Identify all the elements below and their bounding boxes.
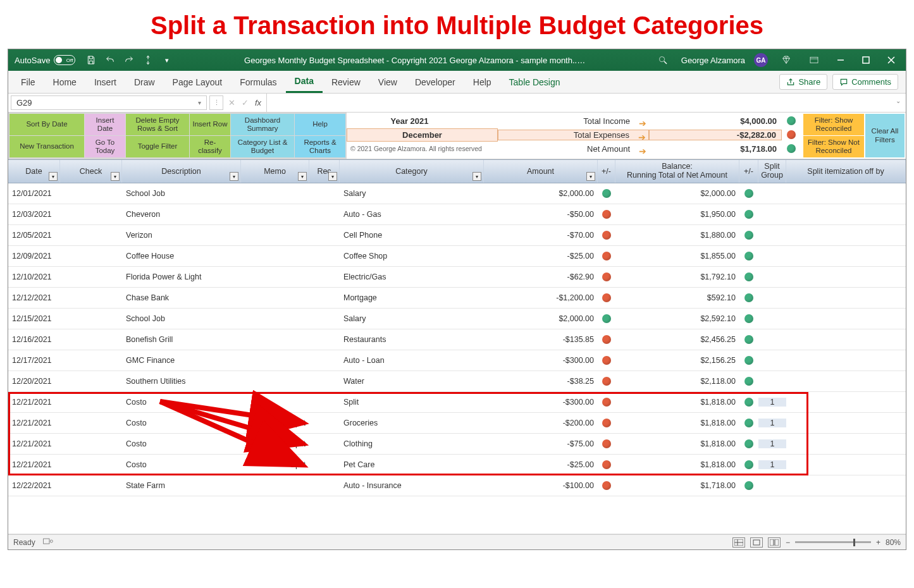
macro-new-transaction[interactable]: New Transaction: [9, 136, 84, 157]
cell-description[interactable]: Verizon: [122, 231, 241, 240]
cell-description[interactable]: School Job: [122, 314, 241, 323]
col-split-group[interactable]: Split Group: [758, 160, 786, 183]
cell-balance[interactable]: $2,000.00: [615, 189, 739, 198]
share-button[interactable]: Share: [779, 74, 827, 90]
cell-balance[interactable]: $592.10: [615, 293, 739, 302]
ribbon-tab-data[interactable]: Data: [286, 71, 323, 93]
table-row[interactable]: 12/21/2021CostoSplitPet Care-$25.00$1,81…: [8, 455, 906, 475]
macro-insert-date[interactable]: Insert Date: [85, 114, 125, 135]
cell-balance[interactable]: $2,592.10: [615, 314, 739, 323]
cell-category[interactable]: Pet Care: [340, 460, 484, 469]
cell-balance[interactable]: $1,818.00: [615, 439, 739, 448]
macro-reports-charts[interactable]: Reports & Charts: [295, 136, 345, 157]
undo-icon[interactable]: [103, 53, 117, 67]
user-name[interactable]: George Alzamora: [681, 56, 745, 65]
view-page-layout-icon[interactable]: [750, 537, 763, 548]
col-description[interactable]: Description▾: [122, 160, 241, 183]
cell-date[interactable]: 12/12/2021: [8, 293, 60, 302]
table-row[interactable]: 12/05/2021VerizonCell Phone-$70.00$1,880…: [8, 225, 906, 246]
cell-amount[interactable]: -$300.00: [484, 356, 598, 365]
cell-date[interactable]: 12/05/2021: [8, 231, 60, 240]
macro-category-list-budget[interactable]: Category List & Budget: [231, 136, 294, 157]
cell-split-group[interactable]: 1: [758, 439, 786, 448]
cell-category[interactable]: Coffee Shop: [340, 252, 484, 260]
formula-input[interactable]: [267, 94, 891, 112]
filter-dropdown-icon[interactable]: ▾: [230, 172, 238, 181]
cell-split-group[interactable]: 1: [758, 460, 786, 469]
cell-balance[interactable]: $1,818.00: [615, 460, 739, 469]
redo-icon[interactable]: [122, 53, 136, 67]
formula-expand-icon[interactable]: ⌄: [891, 94, 906, 112]
ribbon-tab-review[interactable]: Review: [323, 71, 369, 93]
fx-icon[interactable]: fx: [255, 98, 261, 107]
cell-amount[interactable]: -$25.00: [484, 460, 598, 469]
col-rec[interactable]: Rec▾: [309, 160, 340, 183]
clear-filters-button[interactable]: Clear All Filters: [865, 114, 905, 157]
cell-description[interactable]: Bonefish Grill: [122, 335, 241, 344]
cell-balance[interactable]: $1,818.00: [615, 398, 739, 407]
zoom-level[interactable]: 80%: [886, 538, 901, 547]
ribbon-tab-home[interactable]: Home: [44, 71, 85, 93]
table-row[interactable]: 12/03/2021CheveronAuto - Gas-$50.00$1,95…: [8, 204, 906, 225]
ribbon-tab-draw[interactable]: Draw: [125, 71, 164, 93]
cell-category[interactable]: Electric/Gas: [340, 273, 484, 281]
macro-toggle-filter[interactable]: Toggle Filter: [126, 136, 189, 157]
cell-description[interactable]: Costo: [122, 439, 241, 448]
zoom-out-button[interactable]: −: [786, 538, 790, 547]
cell-category[interactable]: Mortgage: [340, 293, 484, 302]
filter-dropdown-icon[interactable]: ▾: [49, 172, 58, 181]
table-row[interactable]: 12/22/2021State FarmAuto - Insurance-$10…: [8, 475, 906, 496]
namebox-more[interactable]: ⋮: [209, 95, 223, 110]
cell-description[interactable]: Florida Power & Light: [122, 273, 241, 281]
touch-mode-icon[interactable]: [141, 53, 155, 67]
cell-memo[interactable]: Split: [241, 460, 309, 469]
filter-dropdown-icon[interactable]: ▾: [298, 172, 307, 181]
col-balance[interactable]: Balance: Running Total of Net Amount: [615, 160, 739, 183]
table-row[interactable]: 12/21/2021CostoSplitClothing-$75.00$1,81…: [8, 434, 906, 455]
cell-category[interactable]: Salary: [340, 189, 484, 198]
cell-date[interactable]: 12/21/2021: [8, 439, 60, 448]
cell-category[interactable]: Cell Phone: [340, 231, 484, 240]
search-icon[interactable]: [656, 53, 670, 67]
cell-balance[interactable]: $1,718.00: [615, 481, 739, 490]
macro-record-icon[interactable]: [43, 537, 53, 547]
col-category[interactable]: Category▾: [340, 160, 484, 183]
macro-insert-row[interactable]: Insert Row: [190, 114, 230, 135]
cell-balance[interactable]: $1,880.00: [615, 231, 739, 240]
table-row[interactable]: 12/01/2021School JobSalary$2,000.00$2,00…: [8, 183, 906, 204]
cell-date[interactable]: 12/03/2021: [8, 210, 60, 219]
minimize-button[interactable]: [832, 52, 849, 68]
save-icon[interactable]: [84, 53, 98, 67]
cell-description[interactable]: State Farm: [122, 481, 241, 490]
macro-help[interactable]: Help: [295, 114, 345, 135]
enter-icon[interactable]: ✓: [242, 98, 249, 107]
cell-split-group[interactable]: 1: [758, 419, 786, 427]
filter-reconciled-button[interactable]: Filter: Show Reconciled: [803, 114, 864, 135]
cell-description[interactable]: Costo: [122, 419, 241, 427]
macro-sort-by-date[interactable]: Sort By Date: [9, 114, 84, 135]
cell-balance[interactable]: $1,950.00: [615, 210, 739, 219]
cell-category[interactable]: Auto - Gas: [340, 210, 484, 219]
cell-amount[interactable]: -$62.90: [484, 273, 598, 281]
cell-amount[interactable]: -$50.00: [484, 210, 598, 219]
cell-category[interactable]: Clothing: [340, 439, 484, 448]
view-page-break-icon[interactable]: [768, 537, 781, 548]
cell-date[interactable]: 12/09/2021: [8, 252, 60, 260]
cell-description[interactable]: Costo: [122, 460, 241, 469]
cell-description[interactable]: GMC Finance: [122, 356, 241, 365]
macro-dashboard-summary[interactable]: Dashboard Summary: [231, 114, 294, 135]
qat-more-icon[interactable]: ▾: [160, 53, 174, 67]
table-row[interactable]: 12/12/2021Chase BankMortgage-$1,200.00$5…: [8, 288, 906, 309]
cell-category[interactable]: Water: [340, 377, 484, 386]
cell-description[interactable]: Cheveron: [122, 210, 241, 219]
cell-category[interactable]: Groceries: [340, 419, 484, 427]
cell-amount[interactable]: $2,000.00: [484, 189, 598, 198]
filter-dropdown-icon[interactable]: ▾: [472, 172, 481, 181]
cell-amount[interactable]: -$38.25: [484, 377, 598, 386]
cell-amount[interactable]: -$1,200.00: [484, 293, 598, 302]
col-memo[interactable]: Memo▾: [241, 160, 309, 183]
macro-delete-empty-rows-sort[interactable]: Delete Empty Rows & Sort: [126, 114, 189, 135]
name-box[interactable]: G29▾: [11, 95, 207, 110]
cell-balance[interactable]: $1,855.00: [615, 252, 739, 260]
zoom-in-button[interactable]: +: [876, 538, 880, 547]
